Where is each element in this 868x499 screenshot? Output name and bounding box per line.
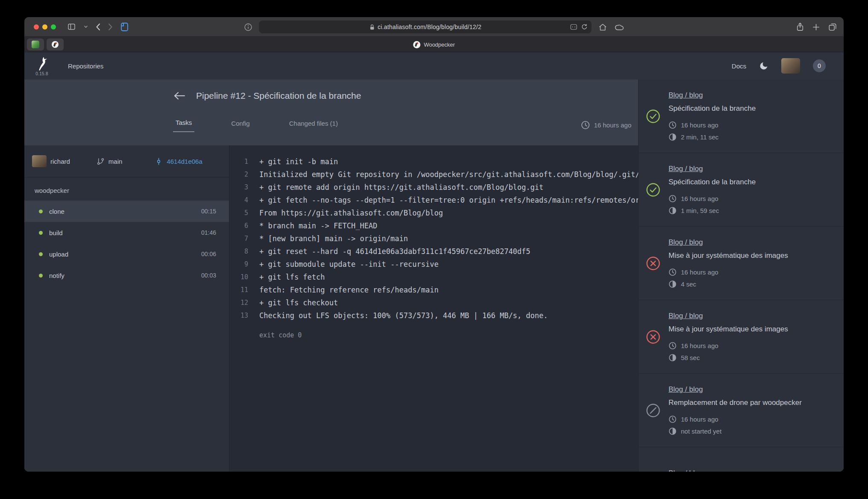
log-line-text: * [new branch] main -> origin/main xyxy=(259,232,408,245)
build-message: Mise à jour systématique des images xyxy=(669,325,788,334)
reload-icon xyxy=(581,24,588,30)
nav-docs-link[interactable]: Docs xyxy=(732,62,746,70)
build-item[interactable]: Blog / blog Remplacement de drone par wo… xyxy=(639,447,844,472)
navbar-right: Docs 0 xyxy=(732,58,826,74)
extension-badge-button[interactable] xyxy=(570,24,578,30)
build-item[interactable]: Blog / blog Spécification de la branche … xyxy=(639,153,844,227)
start-page-button[interactable] xyxy=(120,22,129,32)
status-failure-icon xyxy=(645,329,661,345)
pinned-tab-2[interactable] xyxy=(47,38,64,50)
cloud-icon xyxy=(614,24,624,31)
status-failure-icon xyxy=(645,256,661,271)
brand[interactable]: 0.15.8 xyxy=(35,56,48,76)
pipeline-time-label: 16 hours ago xyxy=(594,121,631,129)
tab-strip: Woodpecker xyxy=(24,37,844,52)
log-line: 6* branch main -> FETCH_HEAD xyxy=(236,219,638,232)
log-line-number: 4 xyxy=(236,194,248,207)
sidebar-chevron-button[interactable] xyxy=(84,25,88,29)
clock-icon xyxy=(669,268,677,276)
build-item[interactable]: Blog / blog Spécification de la branche … xyxy=(639,80,844,153)
step-build[interactable]: build 01:46 xyxy=(24,222,229,243)
minimize-window-button[interactable] xyxy=(42,24,47,30)
step-name: clone xyxy=(49,208,65,215)
home-button[interactable] xyxy=(598,23,607,31)
new-tab-button[interactable] xyxy=(812,24,820,31)
tab-tasks[interactable]: Tasks xyxy=(173,119,194,132)
moon-icon xyxy=(759,61,768,71)
status-pending-icon xyxy=(645,403,661,418)
git-commit-icon xyxy=(155,157,163,165)
build-item[interactable]: Blog / blog Mise à jour systématique des… xyxy=(639,300,844,374)
step-success-dot xyxy=(39,274,43,278)
share-button[interactable] xyxy=(796,22,804,32)
build-item[interactable]: Blog / blog Remplacement de drone par wo… xyxy=(639,374,844,447)
commit-hash-link[interactable]: 4614d1e06a xyxy=(167,158,202,165)
step-clone[interactable]: clone 00:15 xyxy=(24,201,229,222)
back-button[interactable] xyxy=(96,23,100,31)
url-text: ci.athaliasoft.com/Blog/blog/build/12/2 xyxy=(378,24,481,30)
log-line-number: 5 xyxy=(236,207,248,219)
build-message: Remplacement de drone par woodpecker xyxy=(669,399,802,407)
build-message: Spécification de la branche xyxy=(669,178,756,186)
tab-changed-files[interactable]: Changed files (1) xyxy=(287,120,340,132)
build-duration: not started yet xyxy=(681,428,721,435)
build-repo-link[interactable]: Blog / blog xyxy=(669,385,703,394)
icloud-tabs-button[interactable] xyxy=(614,24,624,31)
pinned-tab-1[interactable] xyxy=(27,38,44,50)
build-message: Spécification de la branche xyxy=(669,104,756,113)
build-repo-link[interactable]: Blog / blog xyxy=(669,238,703,247)
notifications-badge[interactable]: 0 xyxy=(813,59,826,72)
build-item[interactable]: Blog / blog Mise à jour systématique des… xyxy=(639,227,844,300)
step-name: build xyxy=(49,229,63,236)
log-line-text: Checking out LFS objects: 100% (573/573)… xyxy=(259,309,548,322)
zoom-window-button[interactable] xyxy=(51,24,56,30)
tab-title: Woodpecker xyxy=(424,41,455,48)
browser-window: ci.athaliasoft.com/Blog/blog/build/12/2 xyxy=(24,17,844,472)
step-notify[interactable]: notify 00:03 xyxy=(24,265,229,286)
clock-icon xyxy=(581,121,590,130)
build-repo-link[interactable]: Blog / blog xyxy=(669,165,703,173)
pipeline-header: Pipeline #12 - Spécification de la branc… xyxy=(24,80,638,145)
build-duration: 1 min, 59 sec xyxy=(681,207,719,214)
build-duration: 4 sec xyxy=(681,281,696,288)
commit-meta: 4614d1e06a xyxy=(155,157,202,165)
sidebar-toggle-button[interactable] xyxy=(67,23,76,31)
lock-icon xyxy=(369,24,375,30)
share-icon xyxy=(796,22,804,32)
pipeline-title: Pipeline #12 - Spécification de la branc… xyxy=(196,91,361,101)
build-repo-link[interactable]: Blog / blog xyxy=(669,91,703,100)
step-duration: 00:06 xyxy=(201,251,216,257)
step-upload[interactable]: upload 00:06 xyxy=(24,243,229,265)
user-avatar[interactable] xyxy=(781,58,800,74)
back-to-builds-button[interactable] xyxy=(173,91,186,101)
log-line-number: 6 xyxy=(236,219,248,232)
active-tab[interactable]: Woodpecker xyxy=(413,37,455,52)
nav-repositories-link[interactable]: Repositories xyxy=(68,62,103,70)
step-success-dot xyxy=(39,231,43,235)
privacy-report-button[interactable] xyxy=(244,23,252,31)
log-line-number: 8 xyxy=(236,245,248,258)
arrow-left-icon xyxy=(173,91,186,101)
steps-list: woodpecker clone 00:15 build 01:46 xyxy=(24,177,229,286)
log-line-text: * branch main -> FETCH_HEAD xyxy=(259,219,377,232)
forward-button[interactable] xyxy=(108,23,113,31)
reload-button[interactable] xyxy=(581,24,588,30)
build-repo-link[interactable]: Blog / blog xyxy=(669,469,703,472)
woodpecker-logo-icon xyxy=(35,56,48,71)
theme-toggle-button[interactable] xyxy=(759,61,768,71)
close-window-button[interactable] xyxy=(34,24,39,30)
clock-icon xyxy=(669,342,677,350)
steps-panel: richard main 4614d1e06a xyxy=(24,145,229,472)
address-bar[interactable]: ci.athaliasoft.com/Blog/blog/build/12/2 xyxy=(259,21,592,33)
clock-icon xyxy=(669,195,677,203)
build-duration: 58 sec xyxy=(681,354,700,361)
log-line: 2Initialized empty Git repository in /wo… xyxy=(236,168,638,181)
tab-config[interactable]: Config xyxy=(229,120,252,132)
content: Pipeline #12 - Spécification de la branc… xyxy=(24,80,844,472)
build-repo-link[interactable]: Blog / blog xyxy=(669,312,703,320)
clock-icon xyxy=(669,415,677,423)
tab-overview-button[interactable] xyxy=(828,23,837,31)
log-line-text: + git remote add origin https://git.atha… xyxy=(259,181,543,194)
log-line: 4+ git fetch --no-tags --depth=1 --filte… xyxy=(236,194,638,207)
log-line-number: 9 xyxy=(236,258,248,271)
